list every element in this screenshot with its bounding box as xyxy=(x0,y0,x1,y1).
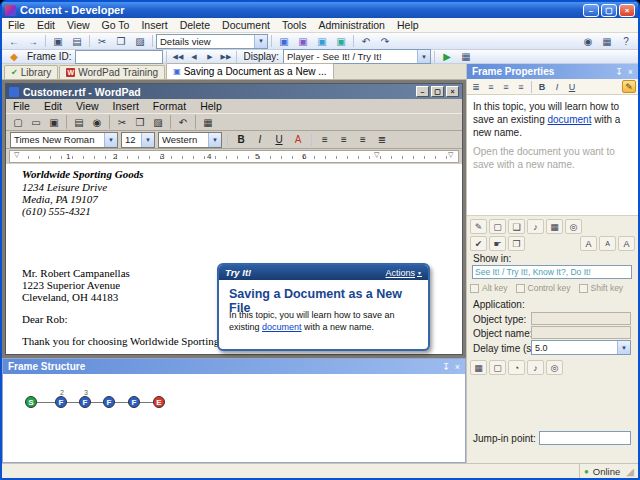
bubble-text-editor[interactable]: In this topic, you will learn how to sav… xyxy=(467,95,638,216)
close-button[interactable]: × xyxy=(619,4,635,17)
wordpad-copy-icon[interactable]: ❐ xyxy=(132,115,148,130)
actions-link[interactable]: Actions ▼ xyxy=(386,268,422,278)
frame-node[interactable]: 2F xyxy=(55,396,67,408)
next-frame-icon[interactable]: ▶ xyxy=(202,50,217,64)
frame-icon[interactable]: ◆ xyxy=(5,50,23,64)
wordpad-minimize-button[interactable]: – xyxy=(416,86,429,97)
wordpad-menu-view[interactable]: View xyxy=(69,100,106,112)
close-panel-icon[interactable]: × xyxy=(628,67,633,77)
wordpad-save-icon[interactable]: ▣ xyxy=(46,115,62,130)
menu-delete[interactable]: Delete xyxy=(174,19,216,31)
wordpad-menu-help[interactable]: Help xyxy=(193,100,229,112)
frame-node[interactable]: F xyxy=(103,396,115,408)
menu-tools[interactable]: Tools xyxy=(276,19,313,31)
bullets-icon[interactable]: ≣ xyxy=(374,132,390,147)
charset-combo[interactable]: Western ▼ xyxy=(158,132,222,148)
pause-options-icon[interactable]: ▢ xyxy=(489,360,506,375)
font-smaller-icon[interactable]: A xyxy=(599,236,616,251)
menu-help[interactable]: Help xyxy=(391,19,425,31)
wordpad-undo-icon[interactable]: ↶ xyxy=(175,115,191,130)
undo-icon[interactable]: ↶ xyxy=(357,34,375,48)
underline-icon[interactable]: U xyxy=(565,80,579,93)
page-margin-marker[interactable]: ▽ xyxy=(448,151,453,159)
first-frame-icon[interactable]: ◀◀ xyxy=(170,50,185,64)
menu-goto[interactable]: Go To xyxy=(96,19,136,31)
bullet-list-icon[interactable]: ≣ xyxy=(469,80,483,93)
last-frame-icon[interactable]: ▶▶ xyxy=(218,50,233,64)
pointer-icon[interactable]: ☛ xyxy=(489,236,506,251)
redo-icon[interactable]: ↷ xyxy=(376,34,394,48)
wordpad-print-icon[interactable]: ▤ xyxy=(71,115,87,130)
menu-edit[interactable]: Edit xyxy=(31,19,61,31)
copy-bubble-icon[interactable]: ❐ xyxy=(508,236,525,251)
frame-node[interactable]: F xyxy=(128,396,140,408)
template-text-icon[interactable]: ▢ xyxy=(489,219,506,234)
align-right-icon[interactable]: ≡ xyxy=(355,132,371,147)
copy-icon[interactable]: ❐ xyxy=(112,34,130,48)
see-it-mode-icon[interactable]: ▣ xyxy=(275,34,293,48)
back-icon[interactable]: ← xyxy=(5,34,23,48)
wordpad-open-icon[interactable]: ▭ xyxy=(28,115,44,130)
chevron-down-icon[interactable]: ▼ xyxy=(417,50,430,63)
wordpad-cut-icon[interactable]: ✂ xyxy=(114,115,130,130)
pin-icon[interactable]: ↧ xyxy=(442,362,450,372)
document-link[interactable]: document xyxy=(548,114,592,125)
details-view-combo[interactable]: Details view ▼ xyxy=(156,34,268,49)
try-it-mode-icon[interactable]: ▣ xyxy=(294,34,312,48)
frame-id-input[interactable] xyxy=(75,50,163,64)
grid-options-icon[interactable]: ▦ xyxy=(470,360,487,375)
font-color-icon[interactable]: A xyxy=(290,132,306,147)
chevron-down-icon[interactable]: ▼ xyxy=(141,133,154,147)
wordpad-find-icon[interactable]: ◉ xyxy=(89,115,105,130)
align-right-icon[interactable]: ≡ xyxy=(514,80,528,93)
paste-icon[interactable]: ▨ xyxy=(131,34,149,48)
font-color-icon[interactable]: A xyxy=(618,236,635,251)
previous-frame-icon[interactable]: ◀ xyxy=(186,50,201,64)
italic-icon[interactable]: I xyxy=(550,80,564,93)
image-icon[interactable]: ▦ xyxy=(546,219,563,234)
right-margin-marker[interactable]: ▽ xyxy=(374,151,379,159)
wordpad-date-icon[interactable]: ▦ xyxy=(200,115,216,130)
target-icon[interactable]: ◎ xyxy=(565,219,582,234)
tab-library[interactable]: ✔ Library xyxy=(4,65,58,79)
menu-insert[interactable]: Insert xyxy=(135,19,173,31)
frame-node-start[interactable]: S xyxy=(25,396,37,408)
play-icon[interactable]: ▶ xyxy=(438,50,456,64)
do-it-mode-icon[interactable]: ▣ xyxy=(332,34,350,48)
align-center-icon[interactable]: ≡ xyxy=(336,132,352,147)
target-options-icon[interactable]: ◎ xyxy=(546,360,563,375)
wordpad-menu-file[interactable]: File xyxy=(6,100,37,112)
bold-icon[interactable]: B xyxy=(233,132,249,147)
chevron-down-icon[interactable]: ▼ xyxy=(617,341,630,354)
document-link[interactable]: document xyxy=(262,322,302,332)
font-larger-icon[interactable]: A xyxy=(580,236,597,251)
close-panel-icon[interactable]: × xyxy=(455,362,460,372)
wordpad-menu-format[interactable]: Format xyxy=(146,100,193,112)
chevron-down-icon[interactable]: ▼ xyxy=(208,133,221,147)
menu-view[interactable]: View xyxy=(61,19,96,31)
menu-administration[interactable]: Administration xyxy=(312,19,391,31)
align-left-icon[interactable]: ≡ xyxy=(317,132,333,147)
sound-options-icon[interactable]: ♪ xyxy=(527,360,544,375)
menu-file[interactable]: File xyxy=(2,19,31,31)
align-center-icon[interactable]: ≡ xyxy=(499,80,513,93)
chevron-down-icon[interactable]: ▼ xyxy=(254,35,267,48)
grid-view-icon[interactable]: ▦ xyxy=(598,34,616,48)
italic-icon[interactable]: I xyxy=(252,132,268,147)
wordpad-paste-icon[interactable]: ▨ xyxy=(150,115,166,130)
minimize-button[interactable]: – xyxy=(583,4,599,17)
forward-icon[interactable]: → xyxy=(24,34,42,48)
know-it-mode-icon[interactable]: ▣ xyxy=(313,34,331,48)
frame-node[interactable]: 3F xyxy=(79,396,91,408)
font-size-combo[interactable]: 12 ▼ xyxy=(121,132,155,148)
bold-icon[interactable]: B xyxy=(535,80,549,93)
display-combo[interactable]: Player - See It! / Try It! ▼ xyxy=(283,49,431,64)
bubble-style-icon[interactable]: ❑ xyxy=(508,219,525,234)
jump-in-point-input[interactable] xyxy=(539,431,631,445)
resize-grip[interactable]: ◢ xyxy=(626,466,634,477)
pin-icon[interactable]: ↧ xyxy=(615,67,623,77)
edit-text-icon[interactable]: ✎ xyxy=(470,219,487,234)
cut-icon[interactable]: ✂ xyxy=(93,34,111,48)
spell-check-icon[interactable]: ✔ xyxy=(470,236,487,251)
font-name-combo[interactable]: Times New Roman ▼ xyxy=(10,132,118,148)
